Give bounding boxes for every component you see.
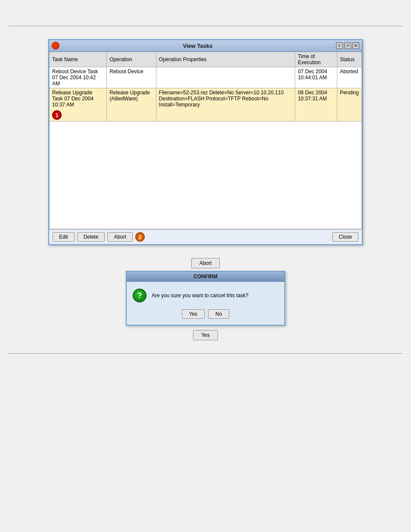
confirm-body: ? Are you sure you want to cancel this t… [127,282,284,309]
confirm-no-button[interactable]: No [208,309,229,319]
standalone-abort-button[interactable]: Abort [191,258,220,268]
col-header-task-name: Task Name [50,52,107,67]
cell-properties [156,67,295,88]
cell-status: Pending [337,88,361,121]
view-tasks-window: View Tasks ✓ ↗ ✕ Task Name Operation Ope… [48,39,363,245]
col-header-status: Status [337,52,361,67]
delete-button[interactable]: Delete [77,232,105,242]
col-header-time: Time of Execution [295,52,337,67]
cell-task-name: Reboot Device Task 07 Dec 2004 10:42 AM [50,67,107,88]
cell-properties: Filename=52-253.rez Delete=No Server=10.… [156,88,295,121]
cell-time: 07 Dec 2004 10:44:01 AM [295,67,337,88]
table-row[interactable]: Reboot Device Task 07 Dec 2004 10:42 AM … [50,67,362,88]
confirm-message: Are you sure you want to cancel this tas… [152,292,249,299]
standalone-yes-button[interactable]: Yes [193,330,218,340]
table-row[interactable]: Release Upgrade Task 07 Dec 2004 10:37 A… [50,88,362,121]
minimize-button[interactable]: ✓ [336,42,343,49]
cell-time: 08 Dec 2004 10:37:31 AM [295,88,337,121]
footer-badge-2: 2 [135,232,145,242]
confirm-titlebar: CONFIRM [127,272,284,282]
row-badge-1: 1 [52,110,62,120]
window-controls: ✓ ↗ ✕ [336,42,359,49]
window-titlebar: View Tasks ✓ ↗ ✕ [49,40,362,52]
app-icon [52,42,59,50]
cell-operation: Reboot Device [107,67,156,88]
maximize-button[interactable]: ↗ [344,42,351,49]
close-button[interactable]: ✕ [352,42,359,49]
confirm-buttons: Yes No [127,309,284,325]
window-title: View Tasks [59,43,336,49]
task-table: Task Name Operation Operation Properties… [49,52,362,229]
window-footer: Edit Delete Abort 2 Close [49,229,362,244]
cell-status: Aborted [337,67,361,88]
cell-task-name: Release Upgrade Task 07 Dec 2004 10:37 A… [50,88,107,121]
edit-button[interactable]: Edit [53,232,75,242]
cell-operation: Release Upgrade (AlliedWare) [107,88,156,121]
abort-button[interactable]: Abort [107,232,133,242]
col-header-operation: Operation [107,52,156,67]
confirm-yes-button[interactable]: Yes [182,309,205,319]
close-button[interactable]: Close [332,232,358,242]
question-icon: ? [133,289,146,302]
col-header-operation-properties: Operation Properties [156,52,295,67]
empty-row [50,121,362,229]
abort-section: Abort CONFIRM ? Are you sure you want to… [9,258,402,340]
confirm-dialog: CONFIRM ? Are you sure you want to cance… [126,271,285,326]
